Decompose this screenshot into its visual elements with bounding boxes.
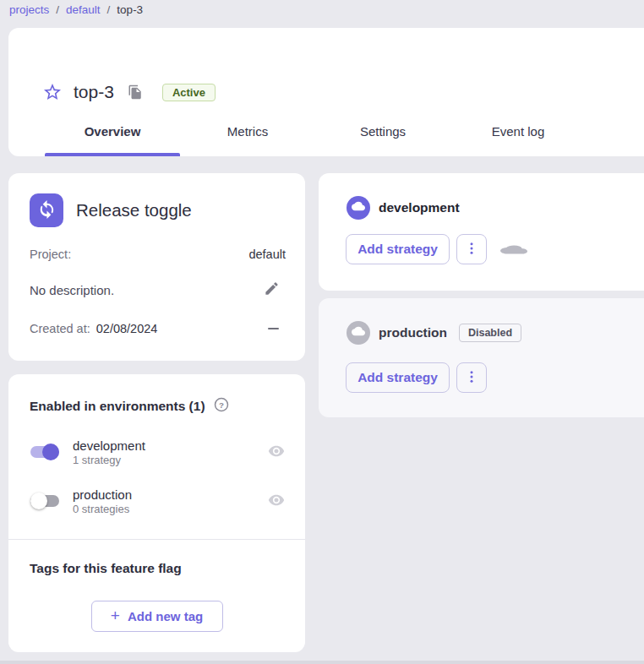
flag-type-label: Release toggle xyxy=(76,200,192,220)
breadcrumb-separator: / xyxy=(107,3,111,16)
breadcrumb-link-default[interactable]: default xyxy=(66,3,101,16)
svg-text:?: ? xyxy=(219,400,224,410)
project-row: Project: default xyxy=(30,248,286,261)
environment-strategy-count: 1 strategy xyxy=(73,454,268,466)
visibility-toggle-production[interactable] xyxy=(268,492,285,511)
development-strategy-panel: development Add strategy xyxy=(319,173,644,291)
breadcrumb-separator: / xyxy=(56,3,59,16)
development-panel-header: development xyxy=(347,196,460,220)
environment-toggle-row-development: development 1 strategy xyxy=(27,432,285,472)
eye-icon xyxy=(268,443,285,462)
toggle-knob xyxy=(30,493,47,509)
development-panel-actions: Add strategy xyxy=(346,234,527,264)
edit-description-button[interactable] xyxy=(264,280,280,299)
add-new-tag-label: Add new tag xyxy=(128,609,203,623)
panel-environment-name: development xyxy=(379,200,460,215)
environment-strategy-count: 0 strategies xyxy=(73,503,268,515)
project-label: Project: xyxy=(30,248,71,261)
environment-toggle-row-production: production 0 strategies xyxy=(27,481,285,521)
created-value: 02/08/2024 xyxy=(96,322,158,335)
visibility-toggle-development[interactable] xyxy=(268,443,285,462)
flag-type-icon-box xyxy=(30,193,63,227)
environment-avatar xyxy=(347,196,370,220)
sync-icon xyxy=(37,199,57,222)
eye-icon xyxy=(268,492,285,511)
kebab-icon xyxy=(464,369,479,387)
minus-icon xyxy=(268,328,279,329)
created-row: Created at: 02/08/2024 xyxy=(30,322,280,335)
environments-card: Enabled in environments (1) ? developmen… xyxy=(8,374,305,652)
cloud-icon xyxy=(352,324,365,341)
bottom-edge-strip xyxy=(0,661,644,664)
tab-bar: Overview Metrics Settings Event log xyxy=(45,106,586,156)
plus-icon: + xyxy=(111,607,120,623)
add-new-tag-button[interactable]: + Add new tag xyxy=(91,601,223,632)
toggle-knob xyxy=(42,444,59,460)
help-icon: ? xyxy=(214,397,229,415)
pencil-icon xyxy=(264,280,280,299)
breadcrumb: projects / default / top-3 xyxy=(9,3,143,16)
feature-header-card: top-3 Active Overview Metrics Settings E… xyxy=(8,28,644,156)
star-icon xyxy=(42,82,63,102)
disabled-badge: Disabled xyxy=(459,324,521,342)
favorite-button[interactable] xyxy=(42,82,63,102)
environment-avatar xyxy=(347,321,370,345)
tab-metrics[interactable]: Metrics xyxy=(180,106,315,156)
project-value: default xyxy=(248,248,286,261)
description-text: No description. xyxy=(30,283,114,297)
more-actions-button-development[interactable] xyxy=(456,234,487,264)
more-actions-button-production[interactable] xyxy=(456,362,487,393)
kebab-icon xyxy=(464,241,479,259)
development-toggle[interactable] xyxy=(30,446,59,458)
cloud-icon xyxy=(352,199,365,216)
tab-settings[interactable]: Settings xyxy=(315,106,450,156)
cloud-icon xyxy=(500,243,527,256)
copy-icon xyxy=(128,84,143,100)
flag-details-card: Release toggle Project: default No descr… xyxy=(8,173,305,361)
panel-environment-name: production xyxy=(379,325,447,340)
environments-header: Enabled in environments (1) ? xyxy=(30,397,229,415)
feature-title-row: top-3 Active xyxy=(42,82,216,102)
production-panel-actions: Add strategy xyxy=(346,362,487,393)
environment-name: development xyxy=(73,438,268,453)
status-badge: Active xyxy=(162,84,216,101)
production-toggle[interactable] xyxy=(30,495,59,507)
tab-event-log[interactable]: Event log xyxy=(450,106,586,156)
description-row: No description. xyxy=(30,280,280,299)
breadcrumb-current: top-3 xyxy=(117,3,143,16)
tab-overview[interactable]: Overview xyxy=(45,106,180,156)
flag-type-header: Release toggle xyxy=(30,193,192,227)
created-label: Created at: xyxy=(30,322,90,335)
copy-name-button[interactable] xyxy=(128,84,143,100)
add-strategy-button-production[interactable]: Add strategy xyxy=(346,362,450,393)
production-panel-header: production Disabled xyxy=(347,321,521,345)
tags-title: Tags for this feature flag xyxy=(30,561,182,576)
add-strategy-button-development[interactable]: Add strategy xyxy=(346,234,450,264)
environment-texts: development 1 strategy xyxy=(73,438,268,466)
production-strategy-panel: production Disabled Add strategy xyxy=(319,298,644,417)
environment-name: production xyxy=(73,487,268,502)
breadcrumb-link-projects[interactable]: projects xyxy=(9,3,49,16)
environments-title: Enabled in environments (1) xyxy=(30,399,205,414)
section-divider xyxy=(8,539,305,540)
environment-texts: production 0 strategies xyxy=(73,487,268,515)
page-title: top-3 xyxy=(74,82,114,102)
collapse-button[interactable] xyxy=(266,322,280,335)
help-button[interactable]: ? xyxy=(214,397,229,415)
